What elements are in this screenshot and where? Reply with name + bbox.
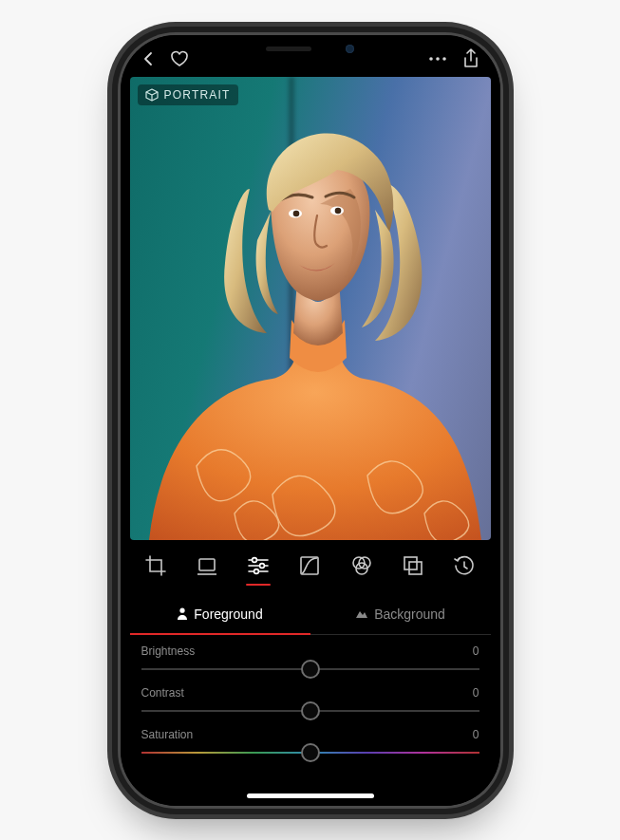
saturation-thumb[interactable] xyxy=(301,743,320,762)
foreground-tab[interactable]: Foreground xyxy=(130,593,310,635)
subject-illustration xyxy=(130,77,491,540)
more-button[interactable] xyxy=(428,56,447,62)
back-button[interactable] xyxy=(141,51,155,66)
history-tool[interactable] xyxy=(452,553,477,578)
brightness-value: 0 xyxy=(473,644,479,658)
contrast-label: Contrast xyxy=(141,686,184,700)
contrast-value: 0 xyxy=(473,686,479,700)
front-camera xyxy=(346,45,354,53)
adjust-tool[interactable] xyxy=(246,553,271,578)
svg-rect-15 xyxy=(404,557,417,569)
background-tab[interactable]: Background xyxy=(310,593,491,635)
tool-row xyxy=(121,546,500,586)
brightness-label: Brightness xyxy=(141,644,196,658)
phone-frame: PORTRAIT xyxy=(121,35,500,806)
share-button[interactable] xyxy=(462,48,479,69)
layer-tabs: Foreground Background xyxy=(130,593,491,635)
mode-badge-label: PORTRAIT xyxy=(164,88,231,102)
brightness-slider[interactable]: Brightness 0 xyxy=(141,644,479,681)
favorite-button[interactable] xyxy=(170,50,189,67)
svg-rect-16 xyxy=(409,562,422,574)
overlay-tool[interactable] xyxy=(401,553,425,578)
brightness-track[interactable] xyxy=(141,658,479,681)
adjust-sliders: Brightness 0 Contrast 0 Saturation 0 xyxy=(121,635,500,764)
curves-tool[interactable] xyxy=(297,553,322,578)
photo-preview[interactable]: PORTRAIT xyxy=(130,77,491,540)
svg-point-4 xyxy=(292,210,299,216)
mountain-icon xyxy=(355,608,368,619)
screen: PORTRAIT xyxy=(121,35,500,806)
svg-point-8 xyxy=(253,557,257,562)
svg-point-6 xyxy=(334,207,341,214)
contrast-slider[interactable]: Contrast 0 xyxy=(141,686,479,722)
background-tab-label: Background xyxy=(374,607,445,622)
notch xyxy=(220,35,401,64)
crop-tool[interactable] xyxy=(143,553,168,578)
contrast-thumb[interactable] xyxy=(301,701,320,720)
foreground-tab-label: Foreground xyxy=(194,607,262,622)
cube-icon xyxy=(145,88,159,102)
saturation-label: Saturation xyxy=(141,728,194,741)
svg-rect-7 xyxy=(199,559,215,570)
svg-point-9 xyxy=(260,563,265,568)
svg-point-2 xyxy=(442,57,446,61)
home-indicator[interactable] xyxy=(247,793,374,798)
saturation-value: 0 xyxy=(473,728,479,741)
svg-point-10 xyxy=(254,569,259,573)
svg-point-17 xyxy=(180,608,185,613)
presets-tool[interactable] xyxy=(195,553,219,578)
mode-badge: PORTRAIT xyxy=(138,84,238,105)
color-tool[interactable] xyxy=(349,553,374,578)
person-icon xyxy=(177,607,188,620)
svg-point-1 xyxy=(436,57,440,61)
svg-point-0 xyxy=(429,57,433,61)
saturation-slider[interactable]: Saturation 0 xyxy=(141,728,479,764)
brightness-thumb[interactable] xyxy=(301,660,320,679)
contrast-track[interactable] xyxy=(141,700,479,722)
saturation-track[interactable] xyxy=(141,741,479,764)
speaker-grille xyxy=(266,47,311,51)
